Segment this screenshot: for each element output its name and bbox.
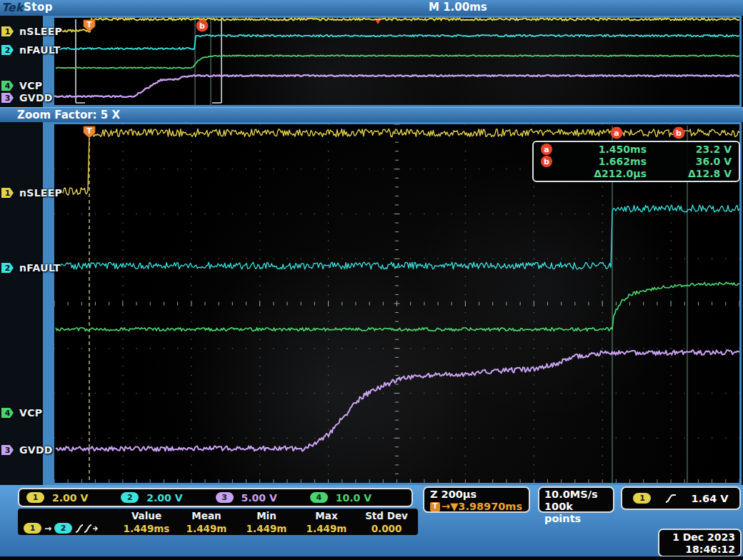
cursor-a-voltage: 23.2 V (647, 144, 732, 155)
ch1-scale-group: 1 2.00 V (26, 492, 121, 504)
measurement-max: 1.449m (296, 523, 356, 534)
ch4-scale: 10.0 V (336, 492, 372, 504)
tek-logo: Tek (1, 1, 23, 14)
ch1-pill: 1 (26, 492, 44, 503)
ch2-pill: 2 (121, 492, 139, 503)
ch1-scale: 2.00 V (52, 492, 88, 504)
trace-nFAULT (59, 35, 739, 50)
zoom-factor-bar: Zoom Factor: 5 X (0, 107, 743, 122)
bottom-bezel-strip (0, 556, 743, 560)
record-length: 100k points (544, 501, 608, 525)
acquisition-status: Stop (24, 1, 53, 14)
zoom-factor-label: Zoom Factor: 5 X (17, 109, 120, 121)
ch4-scale-group: 4 10.0 V (310, 492, 404, 504)
main-timebase-readout: M 1.00ms (429, 1, 487, 14)
ch4-badge: 4 (1, 81, 14, 91)
time-readout: 18:46:12 (659, 544, 735, 556)
date-readout: 1 Dec 2023 (659, 531, 735, 544)
source-ch1-pill: 1 (24, 523, 41, 534)
overview-waveform-window: Tb (43, 16, 742, 107)
ch3-badge: 3 (1, 445, 14, 455)
trigger-level: 1.64 V (691, 493, 728, 504)
bottom-status-bar: 1 2.00 V 2 2.00 V 3 5.00 V 4 10.0 V Valu… (0, 485, 743, 560)
measurement-value-row: 1 → 2 1.449ms 1.449m 1.449m 1.449m 0.000 (18, 522, 418, 535)
trace-nFAULT (56, 205, 739, 269)
overview-waveform-plot: Tb (54, 18, 739, 105)
ch3-badge: 3 (1, 93, 14, 103)
cursor-delta-row: Δ212.0µs Δ12.8 V (541, 167, 732, 179)
zoom-timebase-box: Z 200µs T →▼3.98970ms (423, 486, 530, 513)
ch3-name: GVDD (19, 92, 53, 104)
measurement-value: 1.449ms (116, 523, 176, 534)
rising-edge-icon (664, 493, 677, 504)
measurement-strip: Value Mean Min Max Std Dev 1 → 2 1.44 (18, 509, 418, 535)
trace-nSLEEP (59, 18, 739, 31)
ch2-name: nFAULT (19, 44, 61, 56)
zoom-ch2-label: 2 nFAULT (1, 262, 61, 274)
measurement-header: Max (296, 510, 356, 521)
svg-text:b: b (676, 129, 682, 138)
svg-text:a: a (614, 129, 619, 138)
ch3-scale-group: 3 5.00 V (216, 492, 310, 504)
zoom-ch4-label: 4 VCP (1, 407, 42, 419)
ch1-name: nSLEEP (19, 187, 62, 199)
trigger-t-badge: T (430, 502, 440, 511)
zoom-ch3-label: 3 GVDD (1, 444, 53, 456)
ch3-name: GVDD (19, 444, 53, 456)
source-ch2-pill: 2 (54, 523, 72, 534)
overview-ch2-label: 2 nFAULT (1, 44, 61, 56)
ch1-badge: 1 (1, 26, 14, 36)
top-status-bar: Tek Stop M 1.00ms (0, 0, 743, 16)
measurement-header: Value (116, 510, 176, 521)
ch1-badge: 1 (1, 188, 14, 198)
datetime-box: 1 Dec 2023 18:46:12 (658, 529, 742, 557)
zoom-delay-value: →▼3.98970ms (442, 501, 522, 512)
ch4-pill: 4 (310, 492, 328, 503)
overview-ch4-label: 4 VCP (1, 80, 42, 91)
ch2-name: nFAULT (19, 262, 61, 274)
ch3-scale: 5.00 V (241, 492, 277, 504)
sample-rate: 10.0MS/s (544, 489, 608, 501)
measurement-header: Mean (176, 510, 236, 521)
trace-VCP (56, 55, 739, 69)
cursor-b-row: b 1.662ms 36.0 V (541, 156, 732, 168)
cursor-b-time: 1.662ms (562, 156, 647, 167)
cursor-a-badge: a (541, 144, 552, 155)
ch2-scale: 2.00 V (146, 492, 182, 504)
zoom-ch1-label: 1 nSLEEP (1, 187, 62, 199)
ch1-name: nSLEEP (19, 26, 62, 37)
trigger-marker-letter: T (87, 21, 92, 29)
overview-ch3-label: 3 GVDD (1, 92, 53, 104)
trace-VCP (56, 282, 739, 331)
zoom-window-brackets (76, 19, 221, 103)
measurement-header: Min (236, 510, 296, 521)
measurement-stddev: 0.000 (356, 523, 417, 534)
measurement-source: 1 → 2 (18, 523, 116, 534)
cursor-a-time: 1.450ms (562, 144, 647, 155)
sample-rate-box: 10.0MS/s 100k points (538, 486, 614, 513)
ch4-name: VCP (19, 407, 42, 419)
zoom-delay-row: T →▼3.98970ms (430, 501, 523, 512)
channel-scale-box: 1 2.00 V 2 2.00 V 3 5.00 V 4 10.0 V (18, 488, 413, 507)
oscilloscope-screen: Tek Stop M 1.00ms Tb 1 nSLEEP 2 nFAULT 4… (0, 0, 743, 560)
trace-GVDD (54, 75, 739, 97)
ch2-badge: 2 (1, 263, 14, 273)
ch2-badge: 2 (1, 45, 14, 55)
trace-GVDD (56, 350, 739, 451)
ch3-pill: 3 (216, 492, 234, 503)
ch4-badge: 4 (1, 408, 14, 418)
trigger-source-pill: 1 (633, 493, 651, 504)
zoom-timebase: Z 200µs (430, 489, 523, 501)
measurement-min: 1.449m (236, 523, 296, 534)
trigger-status-box: 1 1.64 V (621, 486, 741, 510)
ch2-scale-group: 2 2.00 V (121, 492, 215, 504)
edge-slope-icons (75, 524, 99, 534)
cursor-b-badge: b (541, 156, 552, 167)
svg-text:b: b (199, 21, 205, 31)
source-arrow: → (44, 524, 51, 534)
cursor-a-row: a 1.450ms 23.2 V (541, 144, 732, 156)
cursor-b-voltage: 36.0 V (647, 156, 732, 167)
overview-ch1-label: 1 nSLEEP (1, 26, 62, 37)
cursor-delta-time: Δ212.0µs (562, 168, 647, 179)
ch4-name: VCP (19, 80, 42, 91)
